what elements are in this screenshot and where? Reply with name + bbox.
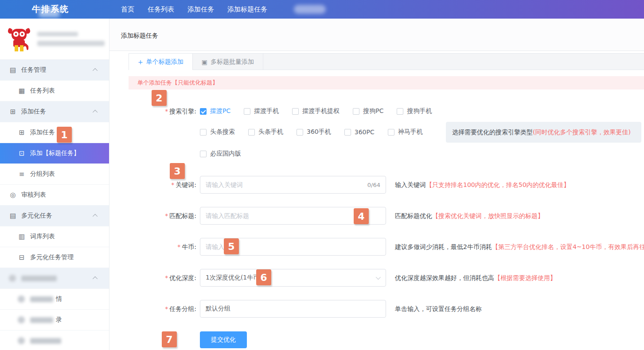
sidebar-item-diverse-task-management[interactable]: ⊟ 多元化任务管理 bbox=[0, 247, 109, 268]
blurred-icon bbox=[18, 296, 25, 303]
required-mark: * bbox=[165, 212, 168, 219]
step-badge-7: 7 bbox=[162, 331, 177, 347]
sidebar-item-label: 分组列表 bbox=[30, 170, 55, 178]
nav-item-add-title-task[interactable]: 添加标题任务 bbox=[227, 5, 267, 14]
chevron-up-icon bbox=[93, 276, 98, 281]
tab-single-title-add[interactable]: + 单个标题添加 bbox=[129, 54, 193, 70]
checkbox-360-pc[interactable]: 360PC bbox=[344, 128, 375, 136]
checkbox-icon bbox=[200, 129, 207, 136]
form-row-keyword: *关键词: 0/64 输入关键词【只支持排名100内的优化，排名50内的优化最佳… bbox=[129, 176, 644, 194]
form-row-submit: 提交优化 bbox=[129, 331, 644, 349]
sidebar-item-add-task[interactable]: ⊞ 添加任务 bbox=[0, 122, 109, 143]
sidebar-item-word-library-list[interactable]: ▥ 词库列表 bbox=[0, 226, 109, 247]
coin-hint: 建议多做词少消耗，最低2牛币消耗【第三方平台优化排名，设置4~10牛币，有效果后… bbox=[395, 238, 644, 256]
user-info-blurred bbox=[37, 32, 105, 46]
submit-optimize-button[interactable]: 提交优化 bbox=[200, 331, 247, 348]
blurred-label bbox=[21, 276, 57, 281]
nav-item-add-task[interactable]: 添加任务 bbox=[187, 5, 214, 14]
checkbox-icon bbox=[200, 151, 207, 157]
sidebar-item-label: 添加【标题任务】 bbox=[30, 149, 80, 157]
sidebar-item-group-list[interactable]: ≡ 分组列表 bbox=[0, 164, 109, 185]
checkbox-baidu-mobile[interactable]: 摆渡手机 bbox=[244, 107, 279, 115]
sidebar-group-label: 任务管理 bbox=[21, 66, 46, 74]
keyword-label: *关键词: bbox=[129, 176, 196, 194]
sidebar-item-label: 多元化任务管理 bbox=[30, 253, 74, 261]
checkbox-toutiao-mobile[interactable]: 头条手机 bbox=[248, 128, 283, 136]
checkbox-sogou-pc[interactable]: 搜狗PC bbox=[353, 107, 383, 115]
tab-label: 单个标题添加 bbox=[146, 58, 183, 66]
sidebar-item-blurred-3[interactable] bbox=[0, 331, 109, 350]
plus-icon: + bbox=[138, 58, 143, 66]
depth-select[interactable]: 1次深度优化(1牛币) bbox=[200, 269, 386, 287]
depth-select-value: 1次深度优化(1牛币) bbox=[206, 274, 376, 282]
keyword-input-wrapper: 0/64 bbox=[200, 176, 386, 194]
page-header: 添加标题任务 bbox=[109, 19, 644, 51]
blurred-label bbox=[30, 296, 53, 302]
required-mark: * bbox=[165, 108, 168, 115]
required-mark: * bbox=[177, 243, 180, 250]
sidebar-item-label: 添加任务 bbox=[30, 128, 55, 136]
sidebar-group-blurred[interactable] bbox=[0, 268, 109, 289]
step-badge-5: 5 bbox=[224, 238, 239, 254]
task-group-label: *任务分组: bbox=[129, 300, 196, 318]
sidebar-item-task-list[interactable]: ▦ 任务列表 bbox=[0, 81, 109, 101]
page-title: 添加标题任务 bbox=[109, 19, 644, 40]
task-group-input[interactable] bbox=[206, 305, 380, 312]
required-mark: * bbox=[165, 274, 168, 281]
required-mark: * bbox=[165, 305, 168, 312]
checkbox-sogou-mobile[interactable]: 搜狗手机 bbox=[397, 107, 432, 115]
checkbox-icon bbox=[397, 108, 403, 115]
form-row-match-title: *匹配标题: 匹配标题优化【搜索优化关键词，放快照显示的标题】 bbox=[129, 207, 644, 225]
checkbox-icon bbox=[244, 108, 250, 115]
tab-multi-title-batch-add[interactable]: ▣ 多标题批量添加 bbox=[193, 54, 263, 70]
checkbox-checked-icon bbox=[200, 108, 207, 115]
group-list-icon: ≡ bbox=[18, 170, 26, 178]
checkbox-icon bbox=[388, 129, 394, 136]
sidebar-item-review-list[interactable]: ◎ 审核列表 bbox=[0, 185, 109, 206]
checkbox-toutiao-search[interactable]: 头条搜索 bbox=[200, 128, 235, 136]
checkbox-bing-cn[interactable]: 必应国内版 bbox=[200, 150, 241, 158]
sidebar-item-blurred-1[interactable]: 情 bbox=[0, 289, 109, 310]
nav-item-home[interactable]: 首页 bbox=[121, 5, 134, 14]
checkbox-shenma-mobile[interactable]: 神马手机 bbox=[388, 128, 423, 136]
sidebar-group-add-task[interactable]: ⊞ 添加任务 bbox=[0, 101, 109, 122]
diverse-task-management-icon: ⊟ bbox=[18, 253, 26, 261]
main-content: 添加标题任务 + 单个标题添加 ▣ 多标题批量添加 单个添加任务【只能优化标题】… bbox=[109, 19, 644, 350]
coin-label: *牛币: bbox=[129, 238, 196, 256]
form-row-search-engines-3: 必应国内版 bbox=[129, 145, 644, 163]
brand-mascot-logo bbox=[6, 25, 32, 53]
blurred-icon bbox=[18, 337, 25, 344]
sidebar-group-task-management[interactable]: ▤ 任务管理 bbox=[0, 60, 109, 81]
sidebar-group-diverse-task[interactable]: ▤ 多元化任务 bbox=[0, 206, 109, 226]
sidebar-item-label: 审核列表 bbox=[21, 191, 46, 199]
nav-menu: 首页 任务列表 添加任务 添加标题任务 bbox=[121, 5, 326, 14]
review-list-icon: ◎ bbox=[9, 191, 17, 199]
sidebar-item-add-title-task-active[interactable]: ⊡ 添加【标题任务】 bbox=[0, 143, 109, 164]
keyword-input[interactable] bbox=[206, 181, 364, 188]
checkbox-icon bbox=[344, 129, 351, 136]
sidebar-item-label-suffix: 录 bbox=[56, 316, 62, 324]
form-row-depth: *优化深度: 1次深度优化(1牛币) 优化深度越深效果越好，但消耗也高【根据需要… bbox=[129, 269, 644, 287]
task-group-hint: 单击输入，可设置任务分组名称 bbox=[395, 300, 482, 318]
match-title-hint: 匹配标题优化【搜索优化关键词，放快照显示的标题】 bbox=[395, 207, 544, 225]
nav-item-task-list[interactable]: 任务列表 bbox=[148, 5, 174, 14]
task-management-icon: ▤ bbox=[9, 66, 17, 74]
step-badge-6: 6 bbox=[256, 269, 271, 285]
blurred-label bbox=[30, 317, 53, 323]
chevron-up-icon bbox=[93, 214, 98, 219]
step-badge-3: 3 bbox=[170, 163, 185, 179]
app-window: 牛排系统 首页 任务列表 添加任务 添加标题任务 bbox=[0, 0, 644, 350]
sidebar-item-label: 任务列表 bbox=[30, 87, 55, 95]
sidebar-item-blurred-2[interactable]: 录 bbox=[0, 310, 109, 331]
nav-item-blurred[interactable] bbox=[294, 5, 326, 14]
chevron-up-icon bbox=[93, 110, 98, 115]
add-title-task-icon: ⊡ bbox=[18, 149, 26, 157]
brand-blur-patch bbox=[39, 8, 59, 17]
checkbox-baidu-pc[interactable]: 摆渡PC bbox=[200, 107, 230, 115]
checkbox-baidu-mobile-boost[interactable]: 摆渡手机提权 bbox=[292, 107, 340, 115]
checkbox-360-mobile[interactable]: 360手机 bbox=[297, 128, 331, 136]
sidebar: ▤ 任务管理 ▦ 任务列表 ⊞ 添加任务 ⊞ 添加任务 ⊡ 添加【标题任务】 ≡… bbox=[0, 19, 109, 350]
form-row-search-engines: *搜索引擎: 摆渡PC 摆渡手机 摆渡手机提权 搜狗PC bbox=[129, 102, 644, 120]
engine-checkbox-row-3: 必应国内版 bbox=[200, 145, 241, 163]
tab-label: 多标题批量添加 bbox=[211, 58, 254, 66]
